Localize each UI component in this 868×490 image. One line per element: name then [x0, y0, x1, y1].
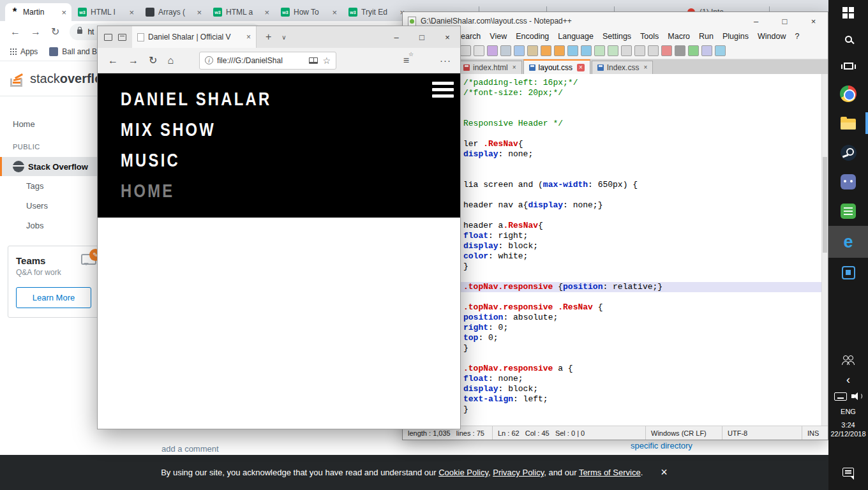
add-comment-link[interactable]: add a comment — [161, 444, 219, 454]
toolbar-icon-function-list[interactable] — [701, 45, 712, 56]
site-nav-music[interactable]: MUSIC — [121, 145, 399, 175]
chrome-tab[interactable]: * Martin × — [5, 3, 71, 21]
reload-button[interactable]: ↻ — [51, 26, 59, 38]
chrome-tab[interactable]: w3 HTML a × — [208, 3, 274, 21]
taskbar-store[interactable] — [828, 258, 868, 287]
toolbar-icon-stop-macro[interactable] — [675, 45, 685, 56]
taskbar-edge[interactable]: e — [828, 226, 868, 258]
tab-preview-chevron[interactable]: ∨ — [281, 34, 286, 41]
tab-close-icon[interactable]: × — [577, 64, 585, 71]
specific-directory-link[interactable]: specific directory — [631, 441, 692, 450]
toolbar-icon-find[interactable] — [567, 45, 578, 56]
doc-tab-index-html[interactable]: index.html × — [458, 61, 522, 74]
toolbar-icon-redo[interactable] — [554, 45, 565, 56]
sidebar-item-users[interactable]: Users — [0, 196, 105, 216]
menu-item-item[interactable]: ? — [790, 32, 804, 41]
apps-bookmark[interactable]: Apps — [20, 47, 38, 56]
toolbar-icon-print[interactable] — [487, 45, 498, 56]
tab-close-icon[interactable]: × — [264, 8, 269, 17]
tab-close-icon[interactable]: × — [246, 33, 251, 41]
language-indicator[interactable]: ENG — [828, 405, 868, 418]
tabs-preview-icon[interactable] — [118, 34, 126, 41]
hamburger-menu-icon[interactable] — [432, 82, 454, 101]
toolbar-icon-undo[interactable] — [541, 45, 551, 56]
maximize-button[interactable]: □ — [770, 12, 799, 30]
chrome-tab[interactable]: w3 HTML I × — [73, 3, 139, 21]
chrome-tab[interactable]: w3 Tryit Ed × — [343, 3, 410, 21]
toolbar-icon-cut[interactable] — [500, 45, 511, 56]
taskbar-steam[interactable] — [828, 138, 868, 167]
sidebar-item-jobs[interactable]: Jobs — [0, 216, 105, 235]
toolbar-icon-indent-guide[interactable] — [648, 45, 659, 56]
scrollbar-thumb[interactable] — [823, 157, 827, 253]
maximize-button[interactable]: □ — [409, 26, 435, 48]
toolbar-icon-close-all[interactable] — [474, 45, 484, 56]
site-nav-home[interactable]: HOME — [121, 175, 399, 206]
editor-scrollbar[interactable] — [821, 74, 828, 426]
refresh-button[interactable]: ↻ — [149, 54, 157, 66]
sidebar-item-tags[interactable]: Tags — [0, 176, 105, 196]
minimize-button[interactable]: – — [384, 26, 409, 48]
site-nav-mix-show[interactable]: MIX SHOW — [121, 114, 399, 145]
toolbar-icon-paste[interactable] — [527, 45, 538, 56]
toolbar-icon-show-all-characters[interactable] — [634, 45, 645, 56]
cookie-policy-link[interactable]: Cookie Policy — [438, 468, 488, 477]
speaker-icon[interactable] — [851, 392, 862, 401]
tab-close-icon[interactable]: × — [197, 8, 202, 17]
hub-icon[interactable]: ≡ — [403, 55, 409, 66]
minimize-button[interactable]: – — [742, 12, 770, 30]
code-editor[interactable]: /*padding-left: 16px;*//*font-size: 20px… — [403, 74, 828, 426]
favorite-star-icon[interactable]: ☆ — [323, 56, 331, 66]
start-button[interactable] — [828, 0, 868, 26]
taskbar-discord[interactable] — [828, 167, 868, 197]
tab-close-icon[interactable]: × — [61, 8, 66, 17]
bookmark-item[interactable]: Ball and B — [62, 47, 97, 56]
tab-close-icon[interactable]: × — [643, 64, 647, 71]
logo-text[interactable]: stack — [30, 71, 60, 86]
toolbar-icon-word-wrap[interactable] — [621, 45, 632, 56]
menu-item-language[interactable]: Language — [553, 32, 598, 41]
more-icon[interactable]: ··· — [440, 55, 451, 66]
toolbar-icon-close[interactable] — [460, 45, 471, 56]
menu-item-tools[interactable]: Tools — [636, 32, 663, 41]
forward-button[interactable]: → — [31, 26, 41, 38]
menu-item-settings[interactable]: Settings — [598, 32, 636, 41]
menu-item-plugins[interactable]: Plugins — [718, 32, 753, 41]
edge-tab[interactable]: Daniel Shalar | Official V × — [132, 26, 257, 48]
home-button[interactable]: ⌂ — [167, 55, 174, 66]
learn-more-button[interactable]: Learn More — [16, 287, 91, 308]
sidebar-item-home[interactable]: Home — [0, 115, 105, 133]
doc-tab-index-css[interactable]: Index.css × — [592, 61, 654, 74]
sidebar-item-stack-overflow[interactable]: Stack Overflow — [0, 157, 105, 176]
edge-titlebar[interactable]: Daniel Shalar | Official V × + ∨ – □ × — [98, 26, 460, 48]
taskbar-chrome[interactable] — [828, 79, 868, 108]
tab-close-icon[interactable]: × — [513, 64, 516, 71]
menu-item-window[interactable]: Window — [753, 32, 790, 41]
forward-button[interactable]: → — [128, 55, 138, 66]
action-center-button[interactable] — [828, 458, 868, 486]
terms-of-service-link[interactable]: Terms of Service — [579, 468, 641, 477]
toolbar-icon-replace[interactable] — [581, 45, 592, 56]
notepad-titlebar[interactable]: G:\DanielShalar.com\layout.css - Notepad… — [403, 12, 828, 30]
menu-item-view[interactable]: View — [485, 32, 511, 41]
people-button[interactable] — [828, 348, 868, 372]
menu-item-macro[interactable]: Macro — [663, 32, 694, 41]
task-view-button[interactable] — [828, 52, 868, 79]
set-tabs-aside-icon[interactable] — [104, 34, 112, 41]
back-button[interactable]: ← — [10, 26, 20, 38]
toolbar-icon-zoom-in[interactable] — [594, 45, 605, 56]
show-hidden-icons-button[interactable]: ‹ — [828, 372, 868, 387]
taskbar-file-explorer[interactable] — [828, 108, 868, 138]
tab-close-icon[interactable]: × — [129, 8, 134, 17]
site-nav-daniel-shalar[interactable]: DANIEL SHALAR — [121, 84, 399, 114]
edge-address-bar[interactable]: file:///G:/DanielShal ☆ — [199, 52, 336, 70]
tab-close-icon[interactable]: × — [332, 8, 337, 17]
new-tab-button[interactable]: + — [266, 31, 271, 43]
toolbar-icon-document-map[interactable] — [715, 45, 726, 56]
privacy-policy-link[interactable]: Privacy Policy — [493, 468, 544, 477]
toolbar-icon-zoom-out[interactable] — [608, 45, 618, 56]
menu-item-encoding[interactable]: Encoding — [511, 32, 553, 41]
doc-tab-layout-css[interactable]: layout.css × — [523, 59, 590, 74]
banner-close-icon[interactable]: × — [661, 466, 668, 479]
toolbar-icon-play-macro[interactable] — [688, 45, 699, 56]
